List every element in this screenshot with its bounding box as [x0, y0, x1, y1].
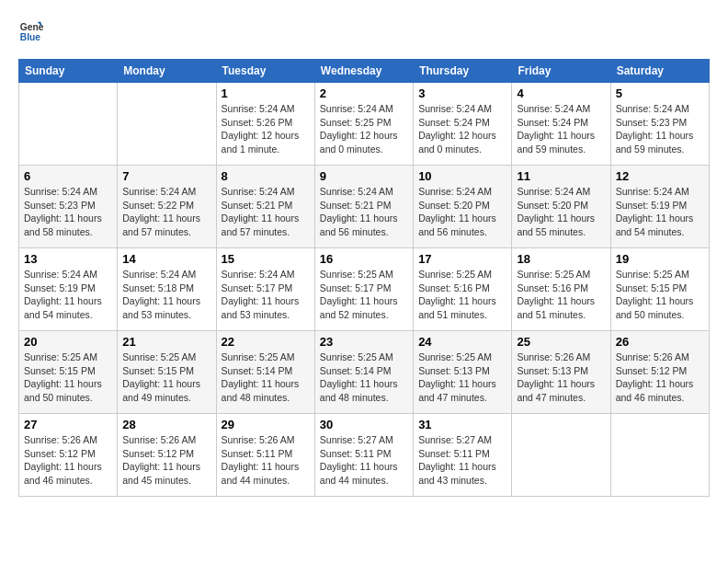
- calendar-cell: [19, 83, 118, 166]
- day-number: 3: [418, 86, 506, 100]
- calendar-cell: 18Sunrise: 5:25 AMSunset: 5:16 PMDayligh…: [512, 248, 610, 331]
- day-info: Sunrise: 5:26 AMSunset: 5:12 PMDaylight:…: [122, 433, 210, 488]
- day-info: Sunrise: 5:26 AMSunset: 5:12 PMDaylight:…: [616, 350, 704, 405]
- day-info: Sunrise: 5:27 AMSunset: 5:11 PMDaylight:…: [418, 433, 506, 488]
- day-info: Sunrise: 5:25 AMSunset: 5:17 PMDaylight:…: [320, 268, 408, 322]
- day-info: Sunrise: 5:24 AMSunset: 5:23 PMDaylight:…: [616, 102, 704, 156]
- day-info: Sunrise: 5:24 AMSunset: 5:19 PMDaylight:…: [24, 268, 112, 322]
- page-header: General Blue: [18, 18, 710, 44]
- calendar-cell: 20Sunrise: 5:25 AMSunset: 5:15 PMDayligh…: [19, 331, 118, 414]
- calendar-week-row: 20Sunrise: 5:25 AMSunset: 5:15 PMDayligh…: [19, 331, 710, 414]
- calendar-cell: 16Sunrise: 5:25 AMSunset: 5:17 PMDayligh…: [314, 248, 413, 331]
- day-info: Sunrise: 5:24 AMSunset: 5:18 PMDaylight:…: [122, 268, 210, 322]
- calendar-cell: 3Sunrise: 5:24 AMSunset: 5:24 PMDaylight…: [414, 83, 512, 166]
- day-number: 12: [616, 169, 704, 183]
- day-info: Sunrise: 5:24 AMSunset: 5:26 PMDaylight:…: [222, 102, 310, 156]
- calendar-cell: 24Sunrise: 5:25 AMSunset: 5:13 PMDayligh…: [414, 331, 512, 414]
- day-number: 18: [517, 252, 605, 266]
- calendar-cell: 15Sunrise: 5:24 AMSunset: 5:17 PMDayligh…: [216, 248, 314, 331]
- calendar-cell: 29Sunrise: 5:26 AMSunset: 5:11 PMDayligh…: [216, 414, 314, 497]
- day-info: Sunrise: 5:24 AMSunset: 5:24 PMDaylight:…: [418, 102, 506, 156]
- day-number: 16: [320, 252, 408, 266]
- day-info: Sunrise: 5:24 AMSunset: 5:21 PMDaylight:…: [222, 185, 310, 239]
- calendar-week-row: 6Sunrise: 5:24 AMSunset: 5:23 PMDaylight…: [19, 166, 710, 248]
- day-info: Sunrise: 5:25 AMSunset: 5:16 PMDaylight:…: [418, 268, 506, 322]
- svg-text:Blue: Blue: [20, 32, 41, 42]
- calendar-cell: 30Sunrise: 5:27 AMSunset: 5:11 PMDayligh…: [314, 414, 413, 497]
- weekday-header-friday: Friday: [512, 60, 610, 83]
- day-number: 31: [418, 418, 506, 431]
- logo-icon: General Blue: [18, 18, 44, 44]
- day-number: 29: [222, 418, 310, 431]
- day-number: 23: [320, 335, 408, 349]
- day-info: Sunrise: 5:24 AMSunset: 5:21 PMDaylight:…: [320, 185, 408, 239]
- day-info: Sunrise: 5:24 AMSunset: 5:22 PMDaylight:…: [122, 185, 210, 239]
- day-info: Sunrise: 5:24 AMSunset: 5:19 PMDaylight:…: [616, 185, 704, 239]
- day-info: Sunrise: 5:25 AMSunset: 5:15 PMDaylight:…: [616, 268, 704, 322]
- calendar-cell: 12Sunrise: 5:24 AMSunset: 5:19 PMDayligh…: [610, 166, 709, 248]
- calendar-week-row: 27Sunrise: 5:26 AMSunset: 5:12 PMDayligh…: [19, 414, 710, 497]
- day-number: 2: [320, 86, 408, 100]
- calendar-cell: 7Sunrise: 5:24 AMSunset: 5:22 PMDaylight…: [118, 166, 216, 248]
- day-number: 1: [222, 86, 310, 100]
- day-number: 10: [418, 169, 506, 183]
- logo: General Blue: [18, 18, 48, 44]
- day-number: 22: [222, 335, 310, 349]
- day-number: 14: [122, 252, 210, 266]
- calendar-cell: 19Sunrise: 5:25 AMSunset: 5:15 PMDayligh…: [610, 248, 709, 331]
- calendar-cell: 5Sunrise: 5:24 AMSunset: 5:23 PMDaylight…: [610, 83, 709, 166]
- day-number: 7: [122, 169, 210, 183]
- weekday-header-sunday: Sunday: [19, 60, 118, 83]
- day-info: Sunrise: 5:25 AMSunset: 5:15 PMDaylight:…: [24, 350, 112, 405]
- calendar-cell: 31Sunrise: 5:27 AMSunset: 5:11 PMDayligh…: [414, 414, 512, 497]
- day-info: Sunrise: 5:26 AMSunset: 5:11 PMDaylight:…: [222, 433, 310, 488]
- calendar-week-row: 1Sunrise: 5:24 AMSunset: 5:26 PMDaylight…: [19, 83, 710, 166]
- day-number: 11: [517, 169, 605, 183]
- weekday-header-monday: Monday: [118, 60, 216, 83]
- day-number: 9: [320, 169, 408, 183]
- day-number: 15: [222, 252, 310, 266]
- day-info: Sunrise: 5:24 AMSunset: 5:20 PMDaylight:…: [418, 185, 506, 239]
- calendar-cell: 26Sunrise: 5:26 AMSunset: 5:12 PMDayligh…: [610, 331, 709, 414]
- calendar-cell: 6Sunrise: 5:24 AMSunset: 5:23 PMDaylight…: [19, 166, 118, 248]
- day-info: Sunrise: 5:24 AMSunset: 5:25 PMDaylight:…: [320, 102, 408, 156]
- calendar-cell: 14Sunrise: 5:24 AMSunset: 5:18 PMDayligh…: [118, 248, 216, 331]
- calendar-cell: 10Sunrise: 5:24 AMSunset: 5:20 PMDayligh…: [414, 166, 512, 248]
- day-info: Sunrise: 5:24 AMSunset: 5:20 PMDaylight:…: [517, 185, 605, 239]
- calendar-table: SundayMondayTuesdayWednesdayThursdayFrid…: [18, 59, 710, 497]
- calendar-cell: 13Sunrise: 5:24 AMSunset: 5:19 PMDayligh…: [19, 248, 118, 331]
- calendar-cell: 27Sunrise: 5:26 AMSunset: 5:12 PMDayligh…: [19, 414, 118, 497]
- day-info: Sunrise: 5:26 AMSunset: 5:12 PMDaylight:…: [24, 433, 112, 488]
- day-number: 5: [616, 86, 704, 100]
- day-info: Sunrise: 5:25 AMSunset: 5:14 PMDaylight:…: [320, 350, 408, 405]
- calendar-cell: 1Sunrise: 5:24 AMSunset: 5:26 PMDaylight…: [216, 83, 314, 166]
- day-info: Sunrise: 5:25 AMSunset: 5:14 PMDaylight:…: [222, 350, 310, 405]
- day-number: 19: [616, 252, 704, 266]
- calendar-cell: 28Sunrise: 5:26 AMSunset: 5:12 PMDayligh…: [118, 414, 216, 497]
- calendar-cell: 4Sunrise: 5:24 AMSunset: 5:24 PMDaylight…: [512, 83, 610, 166]
- day-number: 24: [418, 335, 506, 349]
- day-info: Sunrise: 5:24 AMSunset: 5:17 PMDaylight:…: [222, 268, 310, 322]
- calendar-cell: 23Sunrise: 5:25 AMSunset: 5:14 PMDayligh…: [314, 331, 413, 414]
- weekday-header-saturday: Saturday: [610, 60, 709, 83]
- day-info: Sunrise: 5:26 AMSunset: 5:13 PMDaylight:…: [517, 350, 605, 405]
- calendar-cell: [118, 83, 216, 166]
- day-number: 17: [418, 252, 506, 266]
- weekday-header-row: SundayMondayTuesdayWednesdayThursdayFrid…: [19, 60, 710, 83]
- day-info: Sunrise: 5:24 AMSunset: 5:23 PMDaylight:…: [24, 185, 112, 239]
- day-number: 28: [122, 418, 210, 431]
- day-number: 13: [24, 252, 112, 266]
- day-number: 21: [122, 335, 210, 349]
- calendar-cell: 9Sunrise: 5:24 AMSunset: 5:21 PMDaylight…: [314, 166, 413, 248]
- weekday-header-thursday: Thursday: [414, 60, 512, 83]
- calendar-week-row: 13Sunrise: 5:24 AMSunset: 5:19 PMDayligh…: [19, 248, 710, 331]
- day-info: Sunrise: 5:27 AMSunset: 5:11 PMDaylight:…: [320, 433, 408, 488]
- calendar-cell: 17Sunrise: 5:25 AMSunset: 5:16 PMDayligh…: [414, 248, 512, 331]
- calendar-cell: [610, 414, 709, 497]
- calendar-cell: 22Sunrise: 5:25 AMSunset: 5:14 PMDayligh…: [216, 331, 314, 414]
- day-info: Sunrise: 5:25 AMSunset: 5:15 PMDaylight:…: [122, 350, 210, 405]
- day-info: Sunrise: 5:25 AMSunset: 5:13 PMDaylight:…: [418, 350, 506, 405]
- day-number: 8: [222, 169, 310, 183]
- day-number: 26: [616, 335, 704, 349]
- day-number: 30: [320, 418, 408, 431]
